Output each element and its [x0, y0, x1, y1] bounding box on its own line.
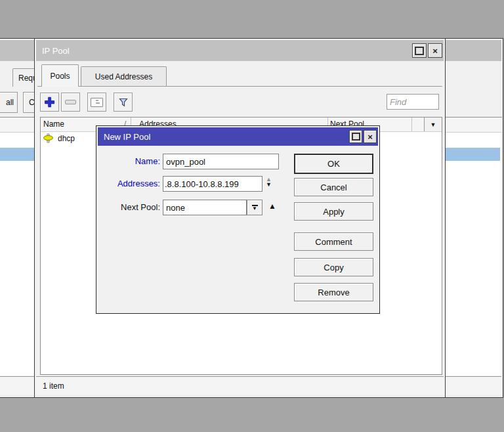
maximize-icon	[415, 47, 424, 55]
desktop: Reque all C IP Pool × Pools U	[0, 0, 504, 432]
add-button[interactable]: ✚	[40, 93, 59, 112]
button-all-partial[interactable]: all	[0, 92, 18, 113]
filter-funnel-icon	[118, 97, 129, 108]
column-select-button[interactable]: ▼	[424, 118, 442, 131]
next-pool-input[interactable]	[163, 200, 247, 215]
tab-pools-label: Pools	[50, 72, 70, 81]
dialog-close-button[interactable]: ×	[364, 130, 377, 143]
remove-button[interactable]: Remove	[294, 283, 373, 301]
collapse-up-icon[interactable]: ▲	[268, 202, 276, 210]
new-ip-pool-dialog: New IP Pool × Name: Addresses: ▲ ▼ Next …	[96, 125, 380, 314]
cancel-button[interactable]: Cancel	[294, 178, 373, 196]
column-separator[interactable]	[411, 118, 412, 131]
apply-label: Apply	[323, 207, 345, 217]
copy-label: Copy	[324, 263, 343, 272]
dropdown-icon: ▼	[252, 205, 258, 211]
addresses-spinner[interactable]: ▲ ▼	[266, 177, 272, 187]
spinner-down-icon[interactable]: ▼	[266, 182, 272, 187]
comment-label: Comment	[315, 237, 352, 247]
item-count: 1 item	[43, 381, 64, 391]
dialog-titlebar[interactable]: New IP Pool	[98, 127, 378, 146]
copy-button[interactable]: Copy	[294, 258, 373, 276]
remove-entry-button[interactable]	[61, 93, 80, 112]
name-input[interactable]	[163, 154, 279, 169]
tab-used-addresses-label: Used Addresses	[95, 72, 152, 81]
ippool-title: IP Pool	[42, 46, 70, 56]
remove-label: Remove	[318, 288, 349, 297]
ok-button[interactable]: OK	[294, 154, 373, 174]
name-label: Name:	[102, 156, 160, 166]
apply-button[interactable]: Apply	[294, 202, 373, 221]
pool-name-cell: dhcp	[58, 134, 75, 143]
comment-dialog-button[interactable]: Comment	[294, 232, 373, 251]
cancel-label: Cancel	[320, 183, 346, 192]
dialog-maximize-icon	[352, 133, 360, 140]
dialog-close-icon: ×	[368, 133, 373, 141]
ok-label: OK	[327, 159, 340, 169]
minus-icon	[65, 100, 76, 104]
dialog-maximize-button[interactable]	[349, 130, 362, 143]
filter-button[interactable]	[114, 93, 133, 112]
addresses-input[interactable]	[163, 176, 262, 192]
button-all-label: all	[6, 98, 14, 107]
column-name[interactable]: Name	[43, 119, 64, 129]
comment-icon	[91, 98, 103, 107]
close-icon: ×	[432, 47, 438, 55]
addresses-label: Addresses:	[102, 179, 160, 188]
ip-pool-icon	[43, 133, 54, 143]
tab-pools[interactable]: Pools	[41, 64, 79, 87]
tab-used-addresses[interactable]: Used Addresses	[81, 66, 167, 87]
column-select-icon: ▼	[430, 121, 436, 128]
ippool-statusbar: 1 item	[36, 376, 444, 395]
next-pool-label: Next Pool:	[102, 202, 160, 212]
next-pool-dropdown-button[interactable]: ▼	[247, 200, 262, 215]
comment-button[interactable]	[87, 93, 106, 112]
find-input[interactable]	[387, 94, 439, 110]
maximize-button[interactable]	[412, 43, 427, 58]
close-button[interactable]: ×	[428, 43, 442, 58]
plus-icon: ✚	[45, 96, 55, 108]
dialog-title: New IP Pool	[104, 132, 150, 142]
ippool-titlebar[interactable]: IP Pool	[36, 40, 444, 61]
tabs-underline	[37, 86, 442, 87]
